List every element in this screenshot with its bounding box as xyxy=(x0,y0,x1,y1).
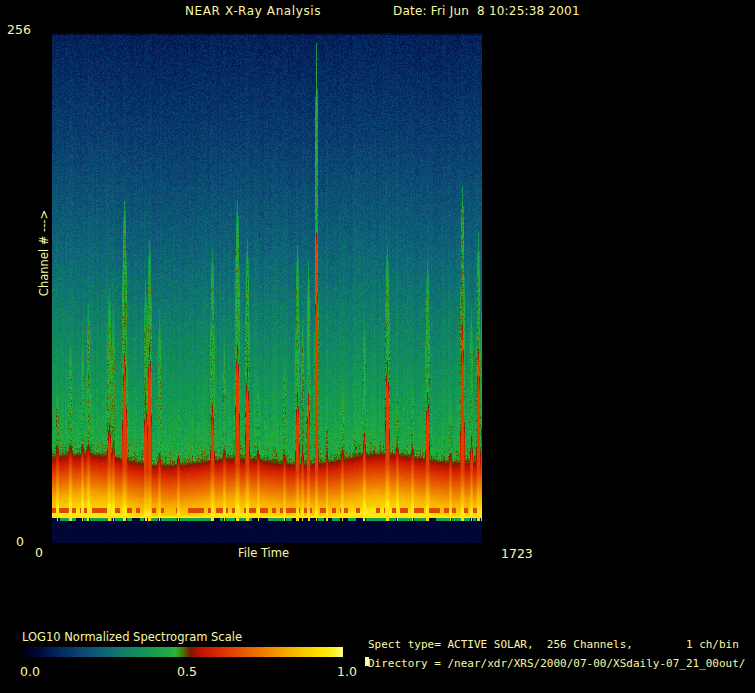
spectrogram-plot xyxy=(52,33,482,543)
date-label: Date: Fri Jun 8 10:25:38 2001 xyxy=(393,4,580,18)
y-axis-min-label: 0 xyxy=(16,534,24,549)
near-xray-analysis-window: NEAR X-Ray Analysis Date: Fri Jun 8 10:2… xyxy=(0,0,755,693)
colorbar-title: LOG10 Normalized Spectrogram Scale xyxy=(22,630,242,644)
x-axis-min-label: 0 xyxy=(35,545,43,560)
y-axis-title: Channel # ---> xyxy=(37,210,51,296)
x-axis-max-label: 1723 xyxy=(501,546,533,561)
page-title: NEAR X-Ray Analysis xyxy=(185,4,321,18)
y-axis-max-label: 256 xyxy=(7,22,31,37)
x-axis-title: File Time xyxy=(238,546,289,560)
colorbar-tick-mid: 0.5 xyxy=(177,664,197,679)
colorbar-tick-min: 0.0 xyxy=(20,664,40,679)
spect-type-text: Spect type= ACTIVE SOLAR, 256 Channels, … xyxy=(368,638,739,651)
directory-text: Directory = /near/xdr/XRS/2000/07-00/XSd… xyxy=(368,657,746,670)
colorbar xyxy=(22,647,343,657)
colorbar-tick-max: 1.0 xyxy=(337,664,357,679)
